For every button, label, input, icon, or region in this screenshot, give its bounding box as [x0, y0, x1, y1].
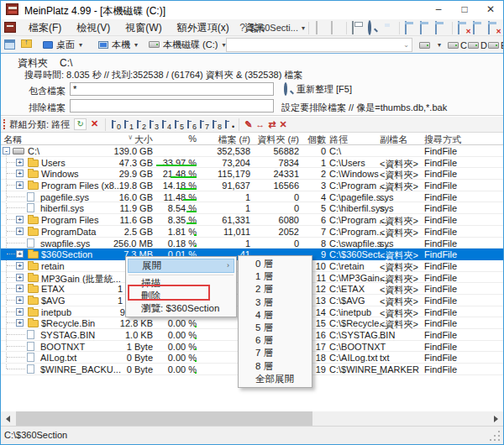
- tree-expand-icon[interactable]: +: [16, 296, 24, 304]
- scroll-left-arrow[interactable]: [1, 411, 15, 426]
- table-row[interactable]: +Program Files11.6 GB8.35 %61,33160806C:…: [1, 214, 503, 226]
- profile-dropdown[interactable]: $360Secti...▾: [249, 23, 305, 33]
- tree-expand-icon[interactable]: +: [16, 319, 24, 327]
- expand-level-4[interactable]: 4: [160, 119, 171, 130]
- submenu-item-1[interactable]: 1 層: [240, 270, 310, 283]
- column-header-5[interactable]: 個數: [307, 134, 326, 146]
- scrollbar-thumb[interactable]: [16, 411, 312, 426]
- submenu-item-4[interactable]: 4 層: [240, 309, 310, 322]
- drive-button-c[interactable]: C: [448, 38, 467, 52]
- table-row[interactable]: pagefile.sys16.0 GB11.48 %104C:\pagefile…: [1, 191, 503, 203]
- table-row[interactable]: hiberfil.sys11.9 GB8.54 %105C:\hiberfil.…: [1, 202, 503, 214]
- address-combobox[interactable]: ⌄: [226, 38, 412, 52]
- expand-level-2[interactable]: 2: [135, 119, 146, 130]
- horizontal-scrollbar[interactable]: [1, 411, 503, 426]
- menu-item-3[interactable]: 額外選項(x): [170, 19, 237, 36]
- minimize-button[interactable]: –: [426, 1, 451, 19]
- table-row[interactable]: swapfile.sys256.0 MB0.18 %108C:\swapfile…: [1, 238, 503, 249]
- close-window-icon[interactable]: [458, 22, 470, 34]
- column-header-4[interactable]: 資料夾 (#): [258, 134, 300, 146]
- resize-grip[interactable]: [498, 439, 500, 441]
- delete-tool-icon[interactable]: ✕: [280, 119, 287, 130]
- swap-tool-icon[interactable]: ↔: [255, 119, 265, 130]
- search-icon[interactable]: [367, 22, 379, 34]
- exclude-files-input[interactable]: [70, 99, 274, 113]
- submenu-item-8[interactable]: 8 層: [240, 360, 310, 373]
- expand-level-1[interactable]: 1: [123, 119, 134, 130]
- drive-select-dropdown[interactable]: ▾: [419, 38, 441, 52]
- include-files-input[interactable]: [70, 82, 274, 96]
- tree-expand-icon[interactable]: +: [16, 285, 24, 292]
- close-all-icon[interactable]: [488, 22, 500, 34]
- expand-level-•[interactable]: •: [223, 119, 234, 130]
- submenu-item-9[interactable]: 全部展開: [240, 373, 310, 385]
- refresh-button[interactable]: 重新整理 [F5]: [281, 83, 352, 96]
- tree-expand-icon[interactable]: +: [16, 170, 24, 177]
- group-refresh-icon[interactable]: ↻: [74, 118, 87, 130]
- expand-level-5[interactable]: 5: [173, 119, 184, 130]
- current-drive-button[interactable]: 本機磁碟 (C:) ▾: [145, 37, 228, 52]
- help-icon[interactable]: ?: [239, 22, 245, 34]
- scan-tool-icon[interactable]: ✎: [244, 119, 252, 130]
- close-button[interactable]: ✕: [478, 1, 503, 19]
- close-others-icon[interactable]: [473, 22, 485, 34]
- tree-expand-icon[interactable]: +: [16, 181, 24, 189]
- expand-level-7[interactable]: 7: [198, 119, 209, 130]
- scroll-right-arrow[interactable]: [489, 411, 503, 426]
- submenu-item-5[interactable]: 5 層: [240, 322, 310, 334]
- submenu-item-2[interactable]: 2 層: [240, 283, 310, 296]
- tree-expand-icon[interactable]: +: [16, 250, 24, 258]
- mdi-child-icon[interactable]: [4, 22, 16, 33]
- context-menu-item-0[interactable]: 展開›: [128, 259, 234, 273]
- save-icon[interactable]: [382, 22, 394, 34]
- column-header-3[interactable]: 檔案 (#): [218, 134, 251, 146]
- print-icon[interactable]: [352, 22, 364, 34]
- copy-settings-icon[interactable]: [314, 22, 326, 34]
- menu-item-2[interactable]: 視窗(W): [118, 19, 169, 36]
- submenu-item-6[interactable]: 6 層: [240, 334, 310, 347]
- tree-expand-icon[interactable]: +: [16, 274, 24, 281]
- window-layout-icon[interactable]: [4, 39, 15, 50]
- submenu-item-0[interactable]: 0 層: [240, 258, 310, 270]
- column-header-0[interactable]: 名稱: [3, 134, 22, 146]
- expand-level-3[interactable]: 3: [148, 119, 159, 130]
- drive-button-d[interactable]: D: [468, 38, 487, 52]
- context-menu-item-4[interactable]: 瀏覽: $360Section: [128, 302, 234, 315]
- expand-level-6[interactable]: 6: [186, 119, 197, 130]
- column-header-2[interactable]: %: [188, 134, 197, 144]
- table-row[interactable]: +ProgramData2.5 GB1.81 %11,01120527C:\Pr…: [1, 226, 503, 238]
- tile-horizontal-icon[interactable]: [420, 22, 432, 34]
- drive-button-e[interactable]: E: [488, 38, 504, 52]
- cell-count: 16: [316, 330, 326, 340]
- column-header-1[interactable]: ∨大小: [128, 134, 153, 146]
- menu-item-0[interactable]: 檔案(F): [21, 19, 69, 36]
- tile-vertical-icon[interactable]: [435, 22, 447, 34]
- tree-expand-icon[interactable]: +: [16, 228, 24, 235]
- submenu-item-7[interactable]: 7 層: [240, 347, 310, 359]
- tree-expand-icon[interactable]: +: [16, 262, 24, 270]
- folder-up-icon[interactable]: [21, 39, 32, 48]
- submenu-item-3[interactable]: 3 層: [240, 296, 310, 309]
- expand-level-0[interactable]: 0: [110, 119, 121, 130]
- paste-settings-icon[interactable]: [329, 22, 341, 34]
- tree-collapse-icon[interactable]: -: [3, 147, 10, 154]
- table-row[interactable]: +Users47.3 GB33.97 %73,20478341C:\Users<…: [1, 157, 503, 169]
- maximize-button[interactable]: □: [452, 1, 477, 19]
- tree-expand-icon[interactable]: +: [16, 159, 24, 166]
- column-header-7[interactable]: 副檔名: [380, 134, 407, 146]
- table-row[interactable]: +Program Files (x8...19.8 GB14.18 %91,63…: [1, 180, 503, 191]
- table-row[interactable]: +Windows29.9 GB21.48 %115,179243312C:\Wi…: [1, 168, 503, 180]
- expand-level-8[interactable]: 8: [211, 119, 222, 130]
- computer-button[interactable]: 本機 ▾: [95, 37, 141, 52]
- column-header-8[interactable]: 搜尋方式: [424, 134, 461, 146]
- clear-group-icon[interactable]: ✕: [88, 118, 101, 130]
- column-header-6[interactable]: 路徑: [329, 134, 348, 146]
- tree-expand-icon[interactable]: +: [16, 216, 24, 223]
- tree-connector: [7, 254, 15, 254]
- tree-expand-icon[interactable]: +: [16, 308, 24, 316]
- exchange-tool-icon[interactable]: ⇄: [268, 119, 276, 130]
- menu-item-1[interactable]: 檢視(V): [69, 19, 118, 36]
- desktop-button[interactable]: 桌面 ▾: [39, 37, 86, 52]
- table-row[interactable]: -C:\139.0 GB352,538568820C:\FindFile: [1, 145, 503, 157]
- cascade-windows-icon[interactable]: [405, 22, 417, 34]
